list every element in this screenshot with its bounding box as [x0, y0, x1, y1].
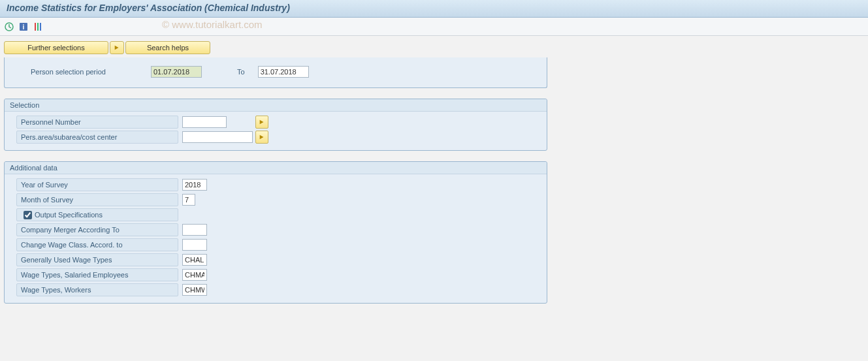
period-to-label: To	[233, 68, 249, 76]
work-wage-input[interactable]	[182, 284, 207, 296]
gen-wage-label: Generally Used Wage Types	[16, 253, 178, 266]
svg-rect-3	[35, 23, 36, 31]
wage-class-input[interactable]	[182, 239, 207, 251]
period-panel: Person selection period To	[4, 57, 547, 88]
period-label: Person selection period	[27, 68, 151, 76]
wage-class-label: Change Wage Class. Accord. to	[16, 238, 178, 251]
selection-panel-body: Personnel Number Pers.area/subarea/cost …	[5, 112, 547, 150]
page-title: Income Statistics for Employers' Associa…	[7, 3, 861, 13]
month-label: Month of Survey	[16, 193, 178, 206]
watermark-text: © www.tutorialkart.com	[162, 19, 263, 30]
output-spec-label: Output Specifications	[35, 211, 103, 219]
selection-panel: Selection Personnel Number Pers.area/sub…	[4, 99, 547, 151]
selection-pill-row: Further selections Search helps	[4, 41, 864, 54]
personnel-number-input[interactable]	[182, 116, 227, 128]
app-toolbar: i © www.tutorialkart.com	[0, 18, 868, 36]
sal-wage-label: Wage Types, Salaried Employees	[16, 268, 178, 281]
search-helps-button[interactable]: Search helps	[125, 41, 210, 54]
year-label: Year of Survey	[16, 178, 178, 191]
pers-area-input[interactable]	[182, 131, 253, 143]
period-to-input[interactable]	[258, 66, 309, 78]
merger-input[interactable]	[182, 224, 207, 236]
further-selections-button[interactable]: Further selections	[4, 41, 108, 54]
personnel-number-multi-button[interactable]	[255, 116, 268, 129]
month-input[interactable]	[182, 194, 195, 206]
pers-area-label: Pers.area/subarea/cost center	[16, 131, 178, 144]
period-panel-body: Person selection period To	[5, 57, 547, 87]
personnel-number-label: Personnel Number	[16, 116, 178, 129]
search-helps-label: Search helps	[147, 44, 189, 52]
output-spec-cell[interactable]: Output Specifications	[16, 208, 178, 221]
pers-area-multi-button[interactable]	[255, 131, 268, 144]
additional-panel-title: Additional data	[5, 162, 547, 174]
svg-rect-4	[37, 23, 39, 31]
further-selections-label: Further selections	[27, 44, 84, 52]
sal-wage-input[interactable]	[182, 269, 207, 281]
selection-arrow-button[interactable]	[110, 41, 124, 54]
work-wage-label: Wage Types, Workers	[16, 283, 178, 296]
info-icon[interactable]: i	[18, 22, 29, 32]
output-spec-checkbox[interactable]	[24, 211, 32, 219]
variant-icon[interactable]	[33, 22, 43, 32]
additional-panel-body: Year of Survey Month of Survey Output Sp…	[5, 174, 547, 303]
svg-rect-5	[40, 23, 41, 31]
execute-icon[interactable]	[4, 22, 14, 32]
content-area: Further selections Search helps Person s…	[0, 36, 868, 319]
additional-panel: Additional data Year of Survey Month of …	[4, 161, 547, 304]
title-bar: Income Statistics for Employers' Associa…	[0, 0, 868, 18]
merger-label: Company Merger According To	[16, 223, 178, 236]
period-from-input[interactable]	[151, 66, 202, 78]
svg-text:i: i	[23, 24, 25, 31]
gen-wage-input[interactable]	[182, 254, 207, 266]
selection-panel-title: Selection	[5, 99, 547, 112]
year-input[interactable]	[182, 179, 207, 191]
